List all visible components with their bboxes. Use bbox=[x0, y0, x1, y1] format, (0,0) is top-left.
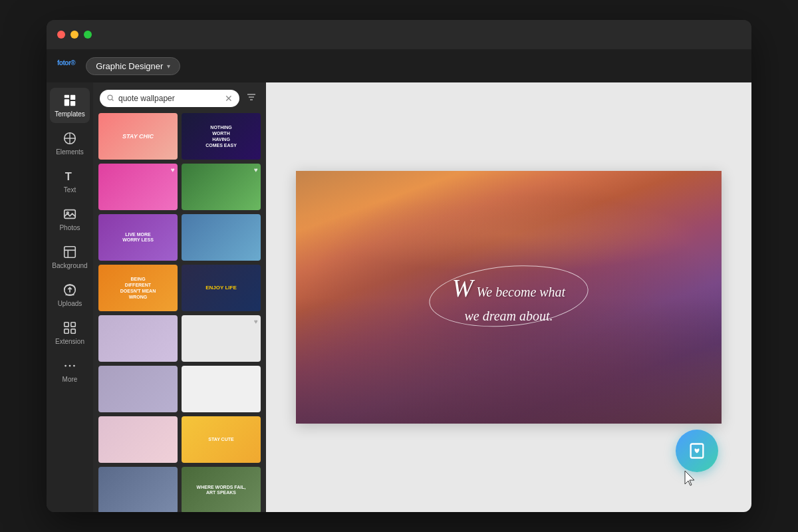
template-card[interactable]: ♥ bbox=[182, 315, 261, 362]
quote-line1: W We become what bbox=[452, 271, 565, 306]
template-card[interactable]: ♥ bbox=[182, 164, 261, 210]
svg-rect-0 bbox=[65, 95, 69, 98]
sidebar-item-label-background: Background bbox=[52, 262, 87, 269]
title-bar bbox=[47, 20, 751, 49]
template-overlay: Stay Cute bbox=[182, 416, 261, 463]
templates-row-3: Live moreWorry less bbox=[98, 214, 261, 261]
sidebar-item-uploads[interactable]: Uploads bbox=[50, 277, 90, 313]
templates-panel: ✕ Stay Chic bbox=[93, 82, 266, 512]
minimize-button[interactable] bbox=[70, 31, 78, 39]
sidebar-item-label-elements: Elements bbox=[56, 148, 84, 156]
templates-grid: Stay Chic NOTHINGWORTHHAVINGCOMES EASY bbox=[93, 113, 266, 512]
svg-rect-11 bbox=[71, 323, 75, 327]
filter-button[interactable] bbox=[243, 89, 259, 108]
logo: fotor® bbox=[57, 59, 75, 73]
svg-point-15 bbox=[69, 365, 71, 367]
templates-row-6 bbox=[98, 366, 261, 412]
template-card[interactable] bbox=[182, 214, 261, 261]
uploads-icon bbox=[63, 283, 77, 297]
svg-rect-8 bbox=[65, 247, 76, 258]
template-card[interactable]: Live moreWorry less bbox=[98, 214, 178, 261]
chevron-down-icon: ▾ bbox=[167, 63, 170, 70]
quote-text: W We become what we dream about. bbox=[452, 271, 565, 324]
template-overlay: BEINGDIFFERENTDOESN'T MEANWRONG bbox=[98, 265, 178, 311]
template-overlay: NOTHINGWORTHHAVINGCOMES EASY bbox=[182, 113, 261, 160]
template-card[interactable]: ENJOY LIFE bbox=[182, 265, 261, 311]
template-card[interactable] bbox=[182, 366, 261, 412]
svg-rect-6 bbox=[65, 210, 76, 219]
template-overlay: Where words fail,art speaks bbox=[182, 467, 261, 512]
search-icon bbox=[106, 94, 114, 104]
canvas-area: W We become what we dream about. bbox=[266, 82, 751, 512]
svg-rect-10 bbox=[65, 323, 68, 327]
sidebar-item-background[interactable]: Background bbox=[50, 239, 90, 275]
background-icon bbox=[63, 245, 77, 259]
template-card[interactable] bbox=[98, 416, 178, 463]
sidebar-item-label-uploads: Uploads bbox=[58, 300, 82, 307]
sidebar-item-label-more: More bbox=[63, 376, 78, 383]
canvas-image: W We become what we dream about. bbox=[296, 171, 722, 424]
template-card[interactable] bbox=[98, 315, 178, 362]
close-button[interactable] bbox=[57, 31, 65, 39]
sidebar-item-label-templates: Templates bbox=[55, 110, 85, 118]
logo-text: fotor bbox=[57, 59, 70, 66]
template-card[interactable]: Stay Chic bbox=[98, 113, 178, 160]
search-input[interactable] bbox=[118, 94, 221, 103]
app-header: fotor® Graphic Designer ▾ bbox=[47, 49, 751, 82]
favorite-fab-button[interactable] bbox=[676, 430, 718, 472]
mode-label: Graphic Designer bbox=[96, 61, 163, 71]
sidebar-icons: Templates Elements T Text bbox=[47, 82, 93, 512]
templates-row-7: Stay Cute bbox=[98, 416, 261, 463]
template-card[interactable]: Stay Cute bbox=[182, 416, 261, 463]
svg-point-17 bbox=[108, 95, 112, 100]
search-input-wrap[interactable]: ✕ bbox=[100, 90, 239, 107]
quote-initial: W bbox=[452, 274, 473, 302]
templates-row-2: ♥ ♥ bbox=[98, 164, 261, 210]
sidebar-item-photos[interactable]: Photos bbox=[50, 201, 90, 237]
template-card[interactable] bbox=[98, 366, 178, 412]
sidebar-item-label-extension: Extension bbox=[55, 338, 84, 345]
cursor-pointer bbox=[682, 469, 698, 492]
sidebar-item-elements[interactable]: Elements bbox=[50, 126, 90, 161]
sidebar-item-text[interactable]: T Text bbox=[50, 164, 90, 199]
photos-icon bbox=[63, 207, 77, 221]
template-overlay: Live moreWorry less bbox=[98, 214, 178, 261]
svg-rect-12 bbox=[65, 329, 68, 333]
mode-selector[interactable]: Graphic Designer ▾ bbox=[86, 57, 180, 75]
template-overlay: ENJOY LIFE bbox=[182, 265, 261, 311]
quote-we-become: We become what bbox=[476, 285, 565, 299]
svg-point-14 bbox=[65, 365, 66, 367]
svg-rect-1 bbox=[70, 95, 75, 100]
content-area: Templates Elements T Text bbox=[47, 82, 751, 512]
svg-text:T: T bbox=[65, 170, 72, 182]
svg-rect-13 bbox=[71, 329, 75, 333]
extension-icon bbox=[63, 321, 77, 335]
more-icon bbox=[63, 358, 77, 373]
svg-point-16 bbox=[73, 365, 75, 367]
template-card[interactable]: BEINGDIFFERENTDOESN'T MEANWRONG bbox=[98, 265, 178, 311]
sidebar-item-more[interactable]: More bbox=[50, 353, 90, 388]
favorite-badge: ♥ bbox=[171, 166, 175, 174]
maximize-button[interactable] bbox=[84, 31, 92, 39]
templates-row-5: ♥ bbox=[98, 315, 261, 362]
templates-row-8: Where words fail,art speaks bbox=[98, 467, 261, 512]
template-card[interactable]: NOTHINGWORTHHAVINGCOMES EASY bbox=[182, 113, 261, 160]
search-clear-icon[interactable]: ✕ bbox=[225, 93, 233, 104]
heart-bookmark-icon bbox=[688, 442, 706, 460]
sidebar-item-templates[interactable]: Templates bbox=[50, 88, 90, 123]
sky-background: W We become what we dream about. bbox=[296, 171, 722, 424]
sidebar-item-label-photos: Photos bbox=[59, 224, 80, 231]
favorite-badge: ♥ bbox=[254, 166, 258, 174]
canvas-wrapper: W We become what we dream about. bbox=[296, 171, 722, 424]
elements-icon bbox=[63, 131, 77, 146]
templates-row-4: BEINGDIFFERENTDOESN'T MEANWRONG ENJOY LI… bbox=[98, 265, 261, 311]
quote-line2: we dream about. bbox=[452, 309, 565, 324]
svg-rect-2 bbox=[65, 99, 69, 106]
templates-row-1: Stay Chic NOTHINGWORTHHAVINGCOMES EASY bbox=[98, 113, 261, 160]
template-card[interactable] bbox=[98, 467, 178, 512]
svg-rect-3 bbox=[70, 101, 75, 106]
template-card[interactable]: ♥ bbox=[98, 164, 178, 210]
sidebar-item-extension[interactable]: Extension bbox=[50, 315, 90, 350]
search-bar: ✕ bbox=[93, 82, 266, 113]
template-card[interactable]: Where words fail,art speaks bbox=[182, 467, 261, 512]
